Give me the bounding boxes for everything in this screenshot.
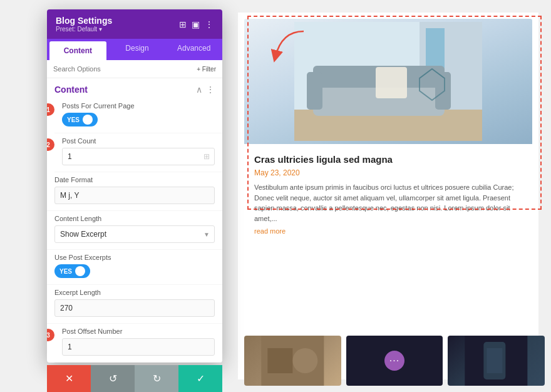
- use-post-excerpts-field: Use Post Excerpts YES: [47, 250, 222, 285]
- post-count-group: 2 Post Count ⊞: [47, 133, 222, 172]
- search-bar: + Filter: [47, 60, 222, 78]
- thumbnail-1: [244, 336, 341, 386]
- thumbnail-row: ···: [244, 336, 545, 386]
- content-length-select-wrap: Show Excerpt Show Full Post ▼: [54, 225, 215, 243]
- post-count-input-wrap: ⊞: [62, 148, 215, 165]
- cancel-button[interactable]: ✕: [47, 365, 91, 392]
- section-header: Content ∧ ⋮: [47, 78, 222, 98]
- toggle-knob-2: [75, 266, 85, 276]
- blog-image: [244, 19, 532, 144]
- panel-preset[interactable]: Preset: Default ▾: [56, 26, 112, 33]
- save-button[interactable]: ✓: [178, 365, 222, 392]
- excerpt-length-input[interactable]: [54, 299, 215, 317]
- panel-header: Blog Settings Preset: Default ▾ ⊞ ▣ ⋮: [47, 9, 222, 39]
- blog-title: Cras ultricies ligula sed magna: [254, 154, 522, 165]
- post-count-input[interactable]: [62, 148, 215, 165]
- read-more-link[interactable]: read more: [254, 227, 522, 235]
- more-icon[interactable]: ⋮: [205, 19, 214, 29]
- date-format-input[interactable]: [54, 187, 215, 204]
- undo-button[interactable]: ↺: [91, 365, 135, 392]
- blog-card: Cras ultricies ligula sed magna May 23, …: [244, 19, 532, 245]
- use-post-excerpts-toggle[interactable]: YES: [54, 264, 90, 278]
- blog-preview-area: Cras ultricies ligula sed magna May 23, …: [238, 13, 538, 379]
- sofa-illustration: [294, 22, 482, 141]
- post-offset-field: Post Offset Number: [54, 324, 222, 363]
- section-actions: ∧ ⋮: [196, 85, 215, 95]
- fullscreen-icon[interactable]: ⊞: [179, 19, 187, 29]
- dots-button[interactable]: ···: [384, 351, 404, 371]
- step-badge-1: 1: [47, 103, 54, 116]
- section-menu-icon[interactable]: ⋮: [206, 85, 215, 95]
- blog-excerpt: Vestibulum ante ipsum primis in faucibus…: [254, 182, 522, 224]
- panel-tabs: Content Design Advanced: [47, 39, 222, 60]
- content-length-field: Content Length Show Excerpt Show Full Po…: [47, 211, 222, 250]
- search-input[interactable]: [53, 65, 192, 73]
- post-offset-input[interactable]: [62, 338, 215, 356]
- svg-rect-14: [267, 348, 292, 373]
- filter-button[interactable]: + Filter: [197, 66, 216, 73]
- date-format-field: Date Format: [47, 172, 222, 211]
- tab-advanced[interactable]: Advanced: [165, 39, 222, 60]
- thumbnail-3: [448, 336, 545, 386]
- post-offset-group: 3 Post Offset Number: [47, 324, 222, 363]
- panel-header-icons: ⊞ ▣ ⋮: [179, 19, 214, 29]
- posts-current-page-label: Posts For Current Page: [62, 102, 215, 110]
- post-count-field: Post Count ⊞: [54, 133, 222, 172]
- post-offset-label: Post Offset Number: [62, 328, 215, 335]
- svg-rect-6: [307, 72, 322, 110]
- thumbnail-2: ···: [346, 336, 443, 386]
- redo-button[interactable]: ↻: [135, 365, 178, 392]
- panel-title: Blog Settings: [56, 16, 112, 26]
- blog-content: Cras ultricies ligula sed magna May 23, …: [244, 144, 532, 245]
- input-grid-icon: ⊞: [203, 152, 210, 161]
- collapse-icon[interactable]: ∧: [196, 85, 202, 95]
- blog-date: May 23, 2020: [254, 168, 522, 177]
- post-count-label: Post Count: [62, 137, 215, 145]
- content-length-select[interactable]: Show Excerpt Show Full Post: [54, 225, 215, 243]
- tab-design[interactable]: Design: [109, 39, 166, 60]
- section-title: Content: [54, 85, 88, 95]
- panel-body: Content ∧ ⋮ 1 Posts For Current Page YES: [47, 78, 222, 363]
- posts-current-page-toggle[interactable]: YES: [62, 113, 98, 126]
- step-badge-3: 3: [47, 329, 54, 341]
- excerpt-length-field: Excerpt Length: [47, 285, 222, 324]
- content-length-label: Content Length: [54, 215, 215, 222]
- blog-image-inner: [244, 19, 532, 144]
- toggle-knob-1: [83, 115, 93, 125]
- posts-current-page-field: Posts For Current Page YES: [54, 98, 222, 133]
- tab-content[interactable]: Content: [49, 41, 106, 60]
- svg-rect-8: [376, 67, 407, 98]
- use-post-excerpts-label: Use Post Excerpts: [54, 254, 215, 261]
- posts-current-page-group: 1 Posts For Current Page YES: [47, 98, 222, 133]
- svg-point-15: [292, 348, 317, 373]
- settings-panel: Blog Settings Preset: Default ▾ ⊞ ▣ ⋮ Co…: [47, 9, 222, 363]
- layout-icon[interactable]: ▣: [192, 19, 200, 29]
- date-format-label: Date Format: [54, 176, 215, 183]
- panel-header-left: Blog Settings Preset: Default ▾: [56, 16, 112, 33]
- excerpt-length-label: Excerpt Length: [54, 289, 215, 296]
- step-badge-2: 2: [47, 138, 54, 151]
- bottom-toolbar: ✕ ↺ ↻ ✓: [47, 365, 222, 392]
- svg-rect-18: [487, 348, 503, 373]
